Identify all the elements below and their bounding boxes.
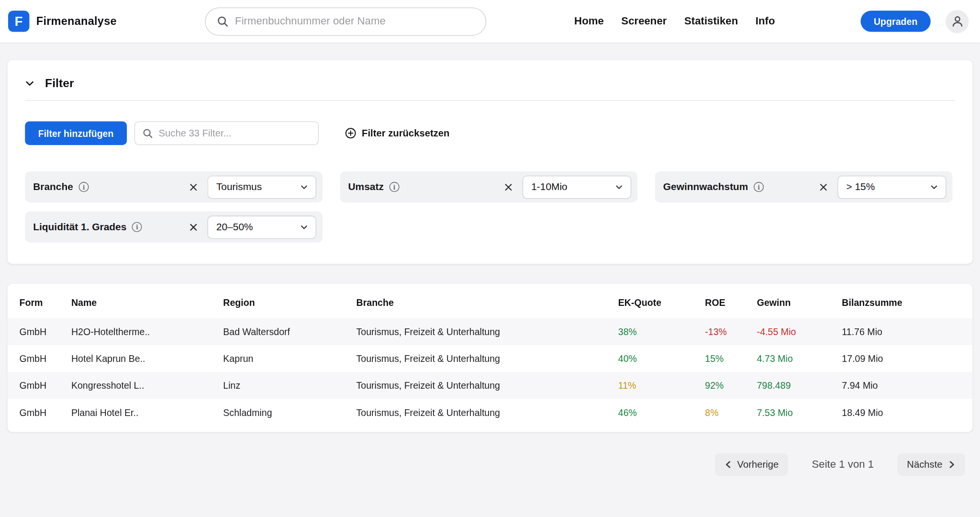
reset-filters-label: Filter zurücksetzen bbox=[362, 127, 449, 139]
table-cell: 11.76 Mio bbox=[842, 318, 972, 345]
brand-logo-letter: F bbox=[15, 14, 23, 29]
filter-value: Tourismus bbox=[216, 181, 262, 193]
remove-filter-button[interactable] bbox=[185, 179, 201, 195]
previous-page-label: Vorherige bbox=[737, 459, 779, 471]
table-cell: -13% bbox=[705, 318, 757, 345]
previous-page-button[interactable]: Vorherige bbox=[715, 453, 788, 476]
table-header: FormNameRegionBrancheEK-QuoteROEGewinnBi… bbox=[8, 284, 973, 318]
filter-value: 1-10Mio bbox=[531, 181, 568, 193]
table-cell: GmbH bbox=[8, 345, 71, 372]
chevron-down-icon bbox=[25, 79, 34, 88]
table-cell: Tourismus, Freizeit & Unterhaltung bbox=[356, 345, 618, 372]
divider bbox=[25, 100, 955, 101]
close-icon bbox=[503, 182, 513, 192]
pagination: Vorherige Seite 1 von 1 Nächste bbox=[15, 453, 965, 495]
chevron-down-icon bbox=[615, 183, 623, 191]
reset-filters-button[interactable]: Filter zurücksetzen bbox=[345, 127, 450, 139]
filter-chip-label: Branche bbox=[33, 181, 73, 193]
table-row[interactable]: GmbHHotel Kaprun Be..KaprunTourismus, Fr… bbox=[8, 345, 973, 372]
chevron-down-icon bbox=[300, 223, 308, 231]
column-header: Branche bbox=[356, 284, 618, 318]
brand[interactable]: F Firmenanalyse bbox=[8, 11, 205, 32]
results-table-card: FormNameRegionBrancheEK-QuoteROEGewinnBi… bbox=[8, 284, 973, 432]
page-info: Seite 1 von 1 bbox=[812, 458, 874, 471]
chevron-down-icon bbox=[930, 183, 938, 191]
table-row[interactable]: GmbHH2O-Hoteltherme..Bad WaltersdorfTour… bbox=[8, 318, 973, 345]
filter-value-select[interactable]: > 15% bbox=[837, 175, 946, 198]
table-cell: 7.53 Mio bbox=[757, 399, 842, 426]
filter-search bbox=[134, 121, 319, 145]
table-cell: 18.49 Mio bbox=[842, 399, 972, 426]
add-filter-button[interactable]: Filter hinzufügen bbox=[25, 121, 127, 145]
filter-chip-label: Gewinnwachstum bbox=[663, 181, 748, 193]
close-icon bbox=[189, 182, 198, 192]
plus-circle-icon bbox=[345, 127, 356, 139]
brand-name: Firmenanalyse bbox=[36, 15, 117, 28]
table-cell: 7.94 Mio bbox=[842, 372, 972, 399]
user-icon bbox=[950, 14, 964, 28]
column-header: Gewinn bbox=[757, 284, 842, 318]
filter-panel: Filter Filter hinzufügen bbox=[8, 60, 973, 264]
info-icon[interactable]: i bbox=[754, 182, 764, 192]
table-cell: H2O-Hoteltherme.. bbox=[71, 318, 223, 345]
table-cell: 15% bbox=[705, 345, 757, 372]
nav-item-info[interactable]: Info bbox=[756, 15, 775, 27]
nav-item-home[interactable]: Home bbox=[574, 15, 604, 27]
table-cell: Hotel Kaprun Be.. bbox=[71, 345, 223, 372]
table-cell: 4.73 Mio bbox=[757, 345, 842, 372]
top-header: F Firmenanalyse HomeScreenerStatistikenI… bbox=[0, 0, 980, 43]
filter-search-input[interactable] bbox=[159, 127, 311, 139]
table-cell: 92% bbox=[705, 372, 757, 399]
table-cell: Tourismus, Freizeit & Unterhaltung bbox=[356, 372, 618, 399]
chevron-left-icon bbox=[724, 460, 732, 469]
table-cell: GmbH bbox=[8, 399, 71, 426]
filter-chip-label: Umsatz bbox=[348, 181, 384, 193]
filter-chip: Umsatz i 1-10Mio bbox=[340, 171, 638, 202]
header-search bbox=[205, 7, 486, 35]
table-cell: 798.489 bbox=[757, 372, 842, 399]
filter-chip: Liquidität 1. Grades i 20–50% bbox=[25, 211, 323, 242]
column-header: Bilanzsumme bbox=[842, 284, 972, 318]
active-filters: Branche i Tourismus Umsatz i 1-10Mio bbox=[25, 171, 955, 243]
remove-filter-button[interactable] bbox=[815, 179, 831, 195]
info-icon[interactable]: i bbox=[390, 182, 400, 192]
page-content: Filter Filter hinzufügen bbox=[0, 43, 980, 495]
app-viewport: F Firmenanalyse HomeScreenerStatistikenI… bbox=[0, 0, 980, 517]
next-page-button[interactable]: Nächste bbox=[898, 453, 965, 476]
filter-value-select[interactable]: Tourismus bbox=[208, 175, 316, 198]
info-icon[interactable]: i bbox=[132, 222, 142, 232]
upgrade-button[interactable]: Upgraden bbox=[861, 11, 931, 32]
close-icon bbox=[189, 222, 198, 232]
table-row[interactable]: GmbHPlanai Hotel Er..SchladmingTourismus… bbox=[8, 399, 973, 426]
chevron-down-icon bbox=[300, 183, 308, 191]
table-cell: GmbH bbox=[8, 372, 71, 399]
user-avatar[interactable] bbox=[946, 10, 969, 33]
table-cell: 11% bbox=[618, 372, 705, 399]
remove-filter-button[interactable] bbox=[185, 219, 201, 235]
nav-item-statistiken[interactable]: Statistiken bbox=[684, 15, 738, 27]
filter-collapse-toggle[interactable]: Filter bbox=[25, 76, 955, 90]
table-cell: -4.55 Mio bbox=[757, 318, 842, 345]
column-header: Region bbox=[223, 284, 356, 318]
filter-value-select[interactable]: 1-10Mio bbox=[523, 175, 631, 198]
table-cell: 46% bbox=[618, 399, 705, 426]
next-page-label: Nächste bbox=[907, 459, 942, 471]
brand-logo-icon: F bbox=[8, 11, 29, 32]
chevron-right-icon bbox=[948, 460, 956, 469]
filter-value-select[interactable]: 20–50% bbox=[208, 215, 316, 238]
search-icon bbox=[143, 128, 153, 138]
column-header: EK-Quote bbox=[618, 284, 705, 318]
close-icon bbox=[818, 182, 828, 192]
main-nav: HomeScreenerStatistikenInfo bbox=[574, 15, 775, 27]
info-icon[interactable]: i bbox=[79, 182, 89, 192]
remove-filter-button[interactable] bbox=[500, 179, 516, 195]
results-table: FormNameRegionBrancheEK-QuoteROEGewinnBi… bbox=[8, 284, 973, 426]
nav-item-screener[interactable]: Screener bbox=[621, 15, 667, 27]
table-cell: 40% bbox=[618, 345, 705, 372]
header-search-input[interactable] bbox=[235, 15, 474, 27]
filter-controls: Filter hinzufügen Filter zurücksetzen bbox=[25, 121, 955, 145]
table-row[interactable]: GmbHKongresshotel L..LinzTourismus, Frei… bbox=[8, 372, 973, 399]
filter-chip: Branche i Tourismus bbox=[25, 171, 323, 202]
search-icon bbox=[217, 15, 229, 27]
table-cell: 38% bbox=[618, 318, 705, 345]
